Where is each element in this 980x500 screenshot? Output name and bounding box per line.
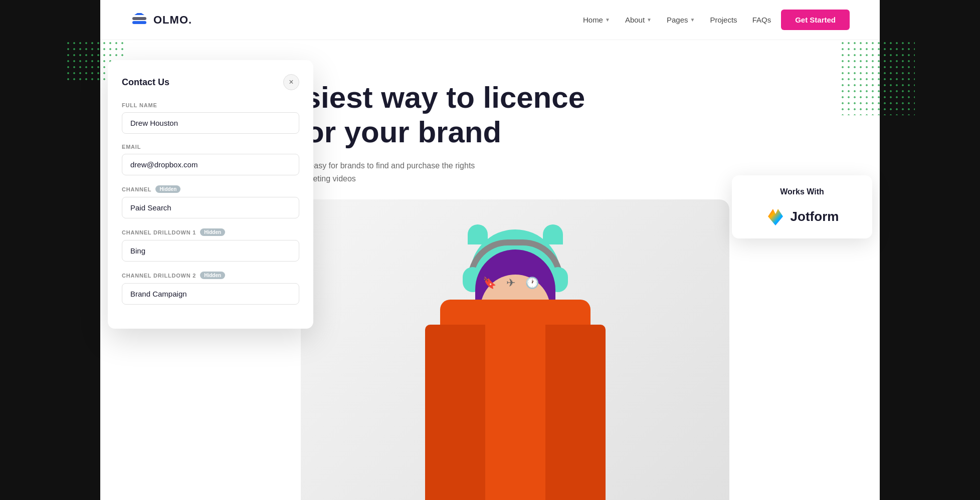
person-figure [415, 224, 616, 500]
email-field: EMAIL [122, 144, 299, 175]
jotform-logo: Jotform [744, 206, 860, 226]
dot-pattern-topright [840, 40, 915, 115]
modal-title: Contact Us [122, 77, 169, 88]
bookmark-icon[interactable]: 🔖 [483, 277, 496, 290]
drilldown1-label: CHANNEL DRILLDOWN 1 Hidden [122, 228, 299, 236]
svg-rect-0 [132, 21, 146, 24]
toolbar-icons: 🔖 ✈ 🕐 [483, 277, 539, 290]
navbar: OLMO. Home▼ About▼ Pages▼ Projects FAQs … [100, 0, 880, 40]
drilldown1-hidden-badge: Hidden [200, 228, 225, 236]
svg-rect-1 [132, 17, 146, 20]
works-with-title: Works With [744, 187, 860, 196]
clock-icon[interactable]: 🕐 [525, 277, 539, 290]
nav-projects[interactable]: Projects [710, 16, 737, 24]
drilldown2-label: CHANNEL DRILLDOWN 2 Hidden [122, 272, 299, 279]
drilldown2-input[interactable] [122, 283, 299, 305]
drilldown2-hidden-badge: Hidden [200, 272, 225, 279]
hero-image: 🔖 ✈ 🕐 [301, 199, 729, 500]
contact-modal: Contact Us × FULL NAME EMAIL CHANNEL Hid… [108, 60, 313, 329]
email-input[interactable] [122, 154, 299, 175]
logo-text: OLMO. [153, 14, 192, 27]
nav-faqs[interactable]: FAQs [752, 16, 771, 24]
drilldown1-input[interactable] [122, 240, 299, 262]
close-button[interactable]: × [283, 74, 299, 90]
nav-pages[interactable]: Pages▼ [667, 16, 695, 24]
drilldown1-field: CHANNEL DRILLDOWN 1 Hidden [122, 228, 299, 262]
share-icon[interactable]: ✈ [506, 277, 515, 290]
channel-input[interactable] [122, 197, 299, 218]
channel-field: CHANNEL Hidden [122, 185, 299, 218]
hero-heading: easiest way to licence c for your brand [271, 80, 622, 149]
email-label: EMAIL [122, 144, 299, 150]
nav-links: Home▼ About▼ Pages▼ Projects FAQs [583, 16, 771, 24]
full-name-field: FULL NAME [122, 102, 299, 134]
logo-area: OLMO. [130, 11, 192, 29]
full-name-label: FULL NAME [122, 102, 299, 108]
nav-about[interactable]: About▼ [625, 16, 652, 24]
works-with-card: Works With Jotform [732, 175, 872, 238]
jotform-text: Jotform [791, 209, 839, 224]
get-started-button[interactable]: Get Started [781, 10, 850, 30]
channel-label: CHANNEL Hidden [122, 185, 299, 193]
drilldown2-field: CHANNEL DRILLDOWN 2 Hidden [122, 272, 299, 305]
modal-header: Contact Us × [122, 74, 299, 90]
nav-home[interactable]: Home▼ [583, 16, 610, 24]
jacket [440, 300, 591, 500]
jotform-icon [765, 206, 786, 226]
logo-icon [130, 11, 148, 29]
channel-hidden-badge: Hidden [155, 185, 180, 193]
full-name-input[interactable] [122, 112, 299, 134]
